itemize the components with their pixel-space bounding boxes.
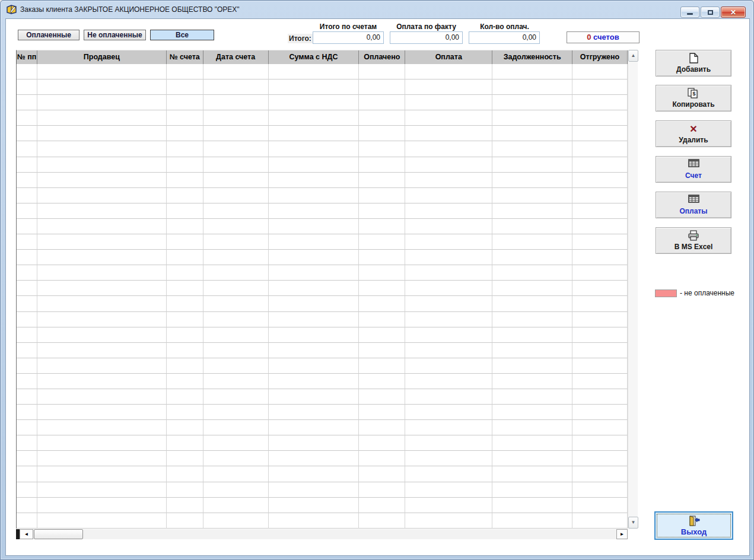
table-row[interactable] [17, 203, 628, 219]
table-row[interactable] [17, 79, 628, 95]
add-button[interactable]: Добавить [656, 50, 731, 77]
invoices-total-field[interactable]: 0,00 [313, 31, 384, 44]
close-button[interactable]: ✕ [721, 7, 746, 18]
table-cell [17, 435, 37, 451]
table-row[interactable] [17, 250, 628, 265]
column-header-4[interactable]: Дата счета [203, 50, 269, 65]
table-cell [17, 64, 37, 79]
excel-export-button[interactable]: В MS Excel [656, 227, 731, 254]
payments-button[interactable]: Оплаты [656, 192, 731, 218]
table-cell [17, 188, 37, 203]
column-header-6[interactable]: Оплачено [359, 50, 405, 65]
scroll-left-button[interactable]: ◄ [20, 529, 33, 539]
column-header-5[interactable]: Сумма с НДС [269, 50, 359, 65]
table-cell [405, 358, 492, 374]
table-row[interactable] [17, 498, 628, 513]
table-grid-icon [656, 159, 731, 171]
table-cell [17, 265, 37, 281]
table-row[interactable] [17, 296, 628, 311]
table-row[interactable] [17, 234, 628, 250]
table-cell [572, 435, 628, 451]
column-header-9[interactable]: Отгружено [572, 50, 628, 65]
payment-fact-field[interactable]: 0,00 [390, 31, 463, 44]
table-row[interactable] [17, 157, 628, 173]
table-row[interactable] [17, 374, 628, 389]
filter-all-button[interactable]: Все [150, 30, 214, 40]
table-cell [405, 281, 492, 296]
table-row[interactable] [17, 126, 628, 141]
table-cell [17, 126, 37, 141]
table-cell [167, 451, 203, 466]
table-cell [37, 203, 167, 219]
paid-count-field[interactable]: 0,00 [469, 31, 540, 44]
table-row[interactable] [17, 265, 628, 281]
table-row[interactable] [17, 327, 628, 343]
filter-paid-button[interactable]: Оплаченные [18, 30, 79, 40]
table-row[interactable] [17, 219, 628, 234]
filter-unpaid-button[interactable]: Не оплаченные [84, 30, 146, 40]
table-cell [17, 157, 37, 173]
copy-button[interactable]: $ Копировать [656, 85, 731, 112]
column-header-3[interactable]: № счета [167, 50, 203, 65]
table-row[interactable] [17, 466, 628, 482]
column-header-1[interactable]: № пп [17, 50, 37, 65]
table-row[interactable] [17, 173, 628, 188]
table-cell [167, 141, 203, 157]
table-cell [405, 110, 492, 126]
table-row[interactable] [17, 420, 628, 435]
table-cell [269, 234, 359, 250]
table-cell [17, 374, 37, 389]
table-row[interactable] [17, 405, 628, 420]
horizontal-scrollbar[interactable]: ◄ ► [16, 529, 628, 539]
titlebar[interactable]: Заказы клиента ЗАКРЫТОЕ АКЦИОНЕРНОЕ ОБЩЕ… [1, 1, 753, 18]
vertical-scrollbar[interactable]: ▲ ▼ [628, 50, 638, 529]
table-row[interactable] [17, 95, 628, 110]
scroll-right-button[interactable]: ► [616, 529, 628, 539]
table-cell [17, 482, 37, 498]
horizontal-scroll-thumb[interactable] [34, 529, 83, 539]
table-row[interactable] [17, 64, 628, 79]
table-row[interactable] [17, 312, 628, 327]
table-cell [37, 265, 167, 281]
table-body[interactable] [16, 64, 628, 529]
table-cell [572, 327, 628, 343]
table-cell [17, 405, 37, 420]
table-row[interactable] [17, 188, 628, 203]
invoice-button[interactable]: Счет [656, 156, 731, 183]
table-cell [405, 482, 492, 498]
table-cell [17, 219, 37, 234]
accounts-count-box: 0 счетов [567, 31, 640, 43]
table-cell [269, 451, 359, 466]
totals-row-label: Итого: [288, 34, 313, 43]
column-header-7[interactable]: Оплата [405, 50, 492, 65]
scroll-up-button[interactable]: ▲ [628, 50, 638, 62]
minimize-button[interactable] [680, 7, 699, 18]
column-header-2[interactable]: Продавец [37, 50, 167, 65]
table-cell [203, 281, 269, 296]
delete-button[interactable]: ✕ Удалить [656, 120, 731, 147]
table-cell [167, 420, 203, 435]
table-cell [492, 358, 572, 374]
exit-button[interactable]: Выход [654, 511, 733, 540]
scroll-down-button[interactable]: ▼ [628, 517, 638, 529]
table-cell [37, 451, 167, 466]
table-row[interactable] [17, 110, 628, 126]
table-cell [359, 219, 405, 234]
table-row[interactable] [17, 389, 628, 405]
table-cell [405, 327, 492, 343]
column-header-8[interactable]: Задолженность [492, 50, 572, 65]
table-row[interactable] [17, 281, 628, 296]
table-cell [359, 374, 405, 389]
table-row[interactable] [17, 435, 628, 451]
table-row[interactable] [17, 451, 628, 466]
table-cell [37, 110, 167, 126]
table-row[interactable] [17, 141, 628, 157]
table-row[interactable] [17, 343, 628, 358]
table-cell [37, 250, 167, 265]
maximize-button[interactable] [701, 7, 720, 18]
table-cell [405, 79, 492, 95]
table-row[interactable] [17, 482, 628, 498]
table-row[interactable] [17, 358, 628, 374]
table-row[interactable] [17, 513, 628, 529]
table-cell [203, 296, 269, 311]
